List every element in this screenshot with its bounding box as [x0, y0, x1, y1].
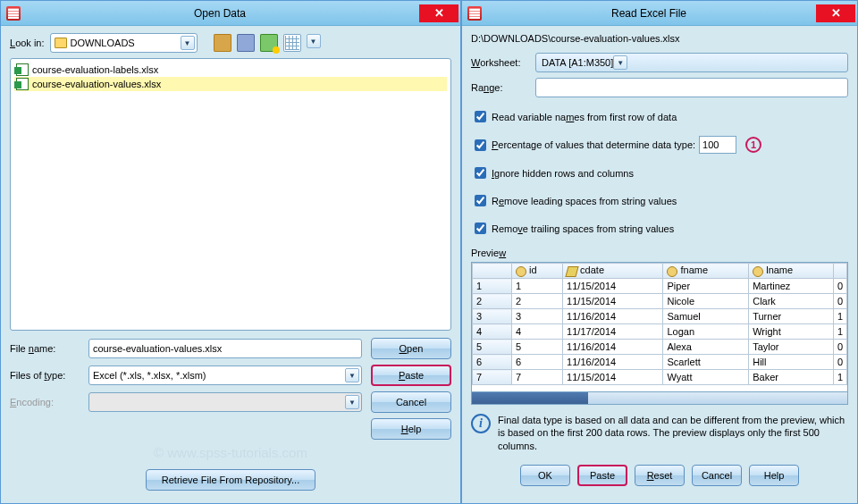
- file-type-label: Files of type:: [10, 370, 80, 381]
- help-button[interactable]: Help: [371, 418, 451, 440]
- retrieve-repo-button[interactable]: Retrieve File From Repository...: [146, 469, 315, 491]
- preview-table-container: id cdate fname lname 1111/15/2014PiperMa…: [471, 262, 848, 405]
- encoding-combo: ▼: [88, 392, 362, 412]
- remove-leading-checkbox[interactable]: [475, 195, 486, 206]
- cancel-button[interactable]: Cancel: [692, 465, 742, 486]
- home-icon[interactable]: [237, 34, 255, 52]
- table-row[interactable]: 1111/15/2014PiperMartinez0: [473, 279, 847, 294]
- table-row[interactable]: 7711/15/2014WyattBaker1: [473, 370, 847, 385]
- view-menu-icon[interactable]: ▼: [307, 34, 321, 48]
- open-data-title: Open Data: [21, 7, 419, 20]
- file-item[interactable]: course-evaluation-values.xlsx: [14, 77, 447, 91]
- table-row[interactable]: 5511/16/2014AlexaTaylor0: [473, 340, 847, 355]
- file-name: course-evaluation-labels.xlsx: [32, 64, 158, 75]
- file-type-combo[interactable]: Excel (*.xls, *.xlsx, *.xlsm) ▼: [88, 365, 362, 385]
- chevron-down-icon: ▼: [345, 395, 359, 409]
- file-name-label: File name:: [10, 343, 80, 354]
- string-type-icon: [516, 266, 526, 277]
- date-type-icon: [566, 266, 579, 277]
- worksheet-combo[interactable]: DATA [A1:M350] ▼: [535, 53, 848, 72]
- ok-button[interactable]: OK: [520, 465, 570, 486]
- encoding-label: Encoding:: [10, 397, 80, 407]
- folder-icon: [55, 38, 67, 48]
- open-data-titlebar: Open Data ✕: [1, 1, 460, 26]
- help-button[interactable]: Help: [749, 465, 799, 486]
- remove-leading-label: Remove leading spaces from string values: [492, 196, 677, 206]
- file-path: D:\DOWNLOADS\course-evaluation-values.xl…: [471, 33, 848, 44]
- chevron-down-icon[interactable]: ▼: [613, 55, 627, 70]
- paste-button[interactable]: Paste: [371, 365, 451, 386]
- horizontal-scrollbar[interactable]: [472, 391, 847, 405]
- paste-button[interactable]: Paste: [577, 465, 627, 486]
- read-varnames-checkbox[interactable]: [475, 111, 486, 122]
- open-button[interactable]: Open: [371, 338, 451, 359]
- look-in-combo[interactable]: DOWNLOADS ▼: [50, 33, 198, 53]
- remove-trailing-label: Remove trailing spaces from string value…: [492, 223, 674, 234]
- close-button[interactable]: ✕: [419, 4, 458, 22]
- table-row[interactable]: 4411/17/2014LoganWright1: [473, 324, 847, 340]
- ignore-hidden-label: Ignore hidden rows and columns: [492, 168, 634, 179]
- worksheet-value: DATA [A1:M350]: [542, 57, 613, 68]
- chevron-down-icon[interactable]: ▼: [181, 36, 195, 50]
- range-label: Range:: [471, 82, 530, 93]
- spss-icon: [467, 6, 482, 21]
- file-name-input[interactable]: [88, 339, 362, 358]
- chevron-down-icon[interactable]: ▼: [345, 368, 359, 382]
- table-header-row: id cdate fname lname: [473, 264, 847, 279]
- range-input[interactable]: [535, 78, 848, 97]
- excel-icon: [16, 63, 29, 76]
- read-excel-title: Read Excel File: [482, 7, 816, 20]
- up-folder-icon[interactable]: [214, 34, 231, 52]
- file-name: course-evaluation-values.xlsx: [32, 79, 161, 89]
- annotation-1: 1: [745, 137, 761, 153]
- file-list[interactable]: course-evaluation-labels.xlsx course-eva…: [10, 58, 451, 331]
- file-type-value: Excel (*.xls, *.xlsx, *.xlsm): [93, 370, 345, 381]
- read-excel-dialog: Read Excel File ✕ D:\DOWNLOADS\course-ev…: [461, 0, 858, 504]
- close-button[interactable]: ✕: [816, 4, 855, 22]
- string-type-icon: [753, 266, 763, 277]
- table-row[interactable]: 2211/15/2014NicoleClark0: [473, 294, 847, 309]
- read-varnames-label: Read variable names from first row of da…: [492, 112, 677, 122]
- preview-table[interactable]: id cdate fname lname 1111/15/2014PiperMa…: [472, 263, 847, 385]
- pct-input[interactable]: [699, 136, 736, 154]
- watermark: © www.spss-tutorials.com: [10, 445, 451, 460]
- table-row[interactable]: 3311/16/2014SamuelTurner1: [473, 309, 847, 324]
- read-excel-titlebar: Read Excel File ✕: [462, 1, 857, 26]
- worksheet-label: Worksheet:: [471, 57, 530, 68]
- cancel-button[interactable]: Cancel: [371, 391, 451, 413]
- view-grid-icon[interactable]: [283, 34, 301, 52]
- look-in-label: Look in:: [10, 38, 45, 48]
- spss-icon: [6, 6, 21, 21]
- reset-button[interactable]: Reset: [635, 465, 685, 486]
- ignore-hidden-checkbox[interactable]: [475, 167, 486, 179]
- info-text: Final data type is based on all data and…: [498, 414, 848, 452]
- open-data-dialog: Open Data ✕ Look in: DOWNLOADS ▼ ▼ cours…: [0, 0, 461, 504]
- excel-icon: [16, 78, 29, 90]
- pct-datatype-label: Percentage of values that determine data…: [492, 139, 695, 150]
- new-folder-icon[interactable]: [260, 34, 278, 52]
- preview-label: Preview: [471, 248, 848, 258]
- string-type-icon: [667, 266, 677, 277]
- look-in-value: DOWNLOADS: [71, 38, 181, 48]
- table-row[interactable]: 6611/16/2014ScarlettHill0: [473, 355, 847, 370]
- remove-trailing-checkbox[interactable]: [475, 223, 486, 234]
- info-icon: i: [471, 414, 491, 433]
- file-item[interactable]: course-evaluation-labels.xlsx: [14, 63, 447, 77]
- pct-datatype-checkbox[interactable]: [475, 139, 486, 151]
